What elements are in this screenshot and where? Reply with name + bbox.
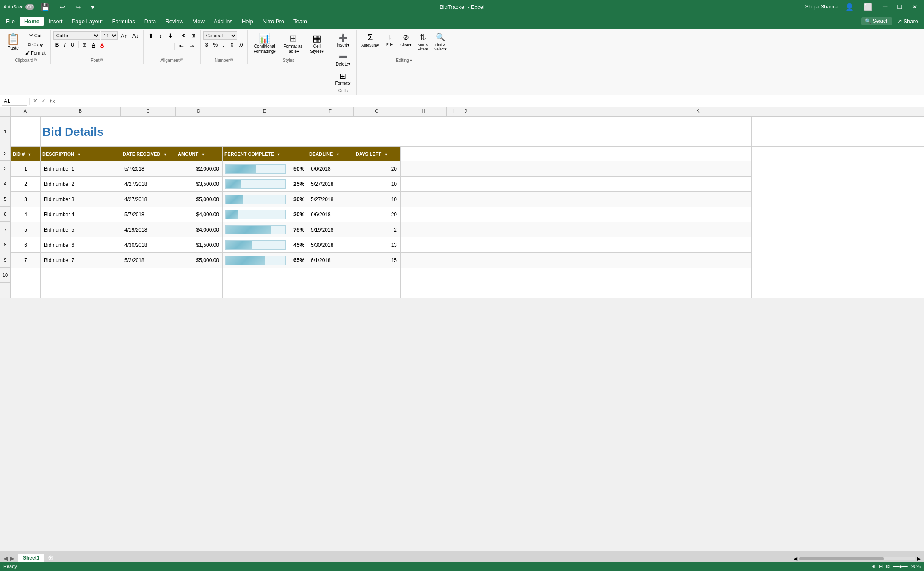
empty-cell[interactable] xyxy=(223,283,307,298)
empty-cell[interactable] xyxy=(11,268,41,283)
cell-extra2-6[interactable] xyxy=(726,253,739,268)
empty-cell[interactable] xyxy=(726,283,739,298)
cell-date-4[interactable]: 4/19/2018 xyxy=(121,222,176,237)
header-bid[interactable]: BID # ▼ xyxy=(11,147,41,161)
cell-description-4[interactable]: Bid number 5 xyxy=(41,222,121,237)
empty-cell[interactable] xyxy=(121,268,176,283)
confirm-formula-icon[interactable]: ✓ xyxy=(40,98,47,104)
col-header-h[interactable]: H xyxy=(400,107,447,116)
header-days[interactable]: DAYS LEFT ▼ xyxy=(354,147,401,161)
underline-button[interactable]: U xyxy=(69,41,77,49)
align-top-button[interactable]: ⬆ xyxy=(146,31,156,40)
cell-percent-0[interactable]: 50% xyxy=(223,161,307,177)
col-header-d[interactable]: D xyxy=(176,107,222,116)
empty-cell[interactable] xyxy=(307,268,354,283)
cell-extra3-5[interactable] xyxy=(739,237,751,253)
cell-description-1[interactable]: Bid number 2 xyxy=(41,177,121,192)
bid-title[interactable]: Bid Details xyxy=(41,117,726,147)
search-box[interactable]: 🔍 Search xyxy=(861,17,892,25)
align-right-button[interactable]: ≡ xyxy=(164,41,173,50)
percent-button[interactable]: % xyxy=(211,41,220,49)
col-header-j[interactable]: J xyxy=(459,107,472,116)
cell-extra1-3[interactable] xyxy=(401,207,726,222)
cell-bid-5[interactable]: 6 xyxy=(11,237,41,253)
formula-input[interactable] xyxy=(58,98,922,104)
bold-button[interactable]: B xyxy=(53,41,61,49)
row-num-3[interactable]: 3 xyxy=(0,161,10,176)
alignment-label[interactable]: Alignment ⧉ xyxy=(160,57,183,63)
cell-percent-1[interactable]: 25% xyxy=(223,177,307,192)
empty-cell[interactable] xyxy=(41,268,121,283)
cell-a1[interactable] xyxy=(11,117,41,147)
menu-review[interactable]: Review xyxy=(161,17,188,26)
restore-button[interactable]: □ xyxy=(894,1,905,12)
cell-bid-6[interactable]: 7 xyxy=(11,253,41,268)
header-days-dropdown[interactable]: ▼ xyxy=(384,152,388,157)
quick-access-button[interactable]: ▾ xyxy=(88,1,98,13)
cell-percent-3[interactable]: 20% xyxy=(223,207,307,222)
align-left-button[interactable]: ≡ xyxy=(146,41,155,50)
menu-team[interactable]: Team xyxy=(289,17,311,26)
cell-description-0[interactable]: Bid number 1 xyxy=(41,161,121,177)
decrease-font-button[interactable]: A↓ xyxy=(130,32,141,40)
empty-cell[interactable] xyxy=(354,268,401,283)
col-header-c[interactable]: C xyxy=(121,107,176,116)
cell-deadline-6[interactable]: 6/1/2018 xyxy=(307,253,354,268)
header-percent-dropdown[interactable]: ▼ xyxy=(277,152,281,157)
cell-amount-5[interactable]: $1,500.00 xyxy=(176,237,223,253)
cell-i1[interactable] xyxy=(726,117,739,147)
clear-button[interactable]: ⊘ Clear▾ xyxy=(398,31,414,48)
number-format-select[interactable]: General Number Currency Accounting Date … xyxy=(203,31,237,40)
copy-button[interactable]: ⧉Copy xyxy=(23,40,48,48)
cell-extra3-0[interactable] xyxy=(739,161,751,177)
menu-data[interactable]: Data xyxy=(140,17,160,26)
header-deadline[interactable]: DEADLINE ▼ xyxy=(307,147,354,161)
row-num-10[interactable]: 10 xyxy=(0,268,10,283)
cell-extra2-2[interactable] xyxy=(726,192,739,207)
close-button[interactable]: ✕ xyxy=(908,1,921,13)
find-select-button[interactable]: 🔍 Find &Select▾ xyxy=(432,31,449,52)
increase-indent-button[interactable]: ⇥ xyxy=(187,41,197,50)
minimize-button[interactable]: ─ xyxy=(879,1,891,12)
cell-amount-1[interactable]: $3,500.00 xyxy=(176,177,223,192)
cell-date-6[interactable]: 5/2/2018 xyxy=(121,253,176,268)
cell-extra2-3[interactable] xyxy=(726,207,739,222)
cell-description-5[interactable]: Bid number 6 xyxy=(41,237,121,253)
col-header-k[interactable]: K xyxy=(472,107,924,116)
autosave-toggle[interactable]: AutoSave Off xyxy=(3,4,34,10)
cell-date-1[interactable]: 4/27/2018 xyxy=(121,177,176,192)
row-num-6[interactable]: 6 xyxy=(0,207,10,222)
cell-date-5[interactable]: 4/30/2018 xyxy=(121,237,176,253)
cell-extra1-0[interactable] xyxy=(401,161,726,177)
empty-cell[interactable] xyxy=(11,283,41,298)
font-label[interactable]: Font ⧉ xyxy=(91,57,103,63)
increase-decimal-button[interactable]: .0 xyxy=(227,41,235,49)
cell-deadline-4[interactable]: 5/19/2018 xyxy=(307,222,354,237)
cell-amount-0[interactable]: $2,000.00 xyxy=(176,161,223,177)
cell-extra3-1[interactable] xyxy=(739,177,751,192)
cell-j1[interactable] xyxy=(739,117,751,147)
cell-styles-button[interactable]: ▦ CellStyles▾ xyxy=(307,31,326,56)
cell-percent-4[interactable]: 75% xyxy=(223,222,307,237)
cell-days-4[interactable]: 2 xyxy=(354,222,401,237)
empty-cell[interactable] xyxy=(401,283,726,298)
empty-cell[interactable] xyxy=(121,283,176,298)
cell-extra2-4[interactable] xyxy=(726,222,739,237)
conditional-formatting-button[interactable]: 📊 ConditionalFormatting▾ xyxy=(250,31,279,56)
borders-button[interactable]: ⊞ xyxy=(80,41,89,49)
cell-extra2-0[interactable] xyxy=(726,161,739,177)
cell-deadline-3[interactable]: 6/6/2018 xyxy=(307,207,354,222)
cell-deadline-1[interactable]: 5/27/2018 xyxy=(307,177,354,192)
cell-extra1-6[interactable] xyxy=(401,253,726,268)
paste-button[interactable]: 📋 Paste xyxy=(4,31,22,52)
cell-bid-0[interactable]: 1 xyxy=(11,161,41,177)
cell-deadline-2[interactable]: 5/27/2018 xyxy=(307,192,354,207)
autosum-button[interactable]: Σ AutoSum▾ xyxy=(359,31,381,49)
row-num-8[interactable]: 8 xyxy=(0,237,10,252)
cell-description-3[interactable]: Bid number 4 xyxy=(41,207,121,222)
delete-cells-button[interactable]: ➖ Delete▾ xyxy=(332,50,354,69)
merge-button[interactable]: ⊞ xyxy=(189,32,198,40)
col-header-b[interactable]: B xyxy=(40,107,121,116)
cell-bid-1[interactable]: 2 xyxy=(11,177,41,192)
menu-page-layout[interactable]: Page Layout xyxy=(68,17,107,26)
